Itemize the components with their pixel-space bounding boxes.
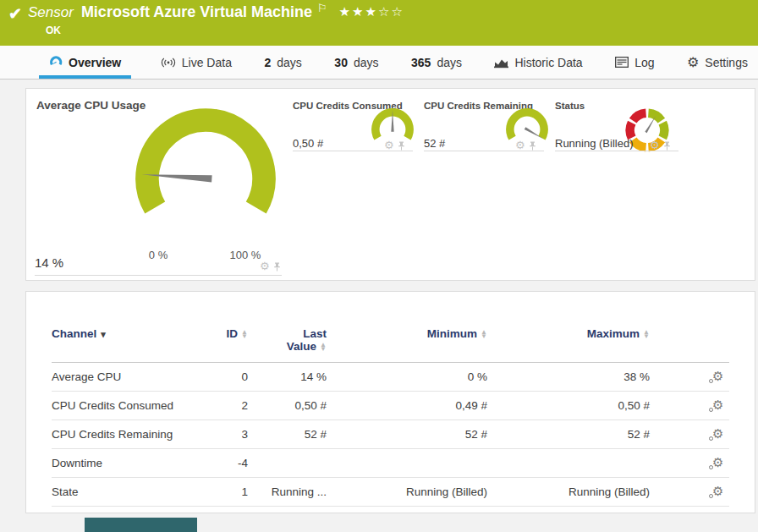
column-header-minimum[interactable]: Minimum▲▼ [327,327,487,340]
tab-365-days[interactable]: 365days [408,46,465,79]
table-row: Average CPU014 %0 %38 %⚙ [52,363,729,392]
channel-id: 2 [195,399,248,412]
sort-desc-icon: ▾ [101,329,106,339]
divider [35,275,282,276]
tab-label: Settings [705,56,748,69]
gauge-value: Running (Billed) [555,137,634,150]
status-ok-check-icon: ✔ [8,4,22,24]
column-header-id[interactable]: ID▲▼ [195,327,248,340]
column-header-last-value[interactable]: Last Value▲▼ [248,327,327,353]
tab-label: days [437,56,462,69]
tab-settings[interactable]: ⚙Settings [684,46,751,79]
gauge-pin-icon[interactable] [273,262,281,271]
tab-log[interactable]: Log [612,46,657,79]
gauge-value: 0,50 # [293,137,323,150]
tab-label: Overview [69,56,121,69]
channel-id: -4 [195,457,248,469]
sort-icon: ▲▼ [241,330,248,338]
tab-number: 2 [264,56,271,69]
tab-number: 30 [334,56,348,69]
column-header-channel[interactable]: Channel▾ [52,327,195,341]
channel-last-value: 14 % [248,370,327,383]
gauge-scale-min: 0 % [140,249,177,261]
channel-maximum: 38 % [487,370,650,383]
channel-last-value: 0,50 # [248,399,327,412]
channel-id: 3 [195,428,248,441]
channel-table: Channel▾ ID▲▼ Last Value▲▼ Minimum▲▼ Max… [26,292,755,507]
gauge-value: 14 % [35,255,63,270]
tab-label: Log [634,56,654,69]
channel-settings-icon[interactable]: ⚙ [712,485,723,497]
average-cpu-gauge[interactable] [128,101,283,256]
gauge-settings-icon[interactable]: ⚙ [260,261,270,271]
gauge-settings-icon[interactable]: ⚙ [384,140,394,151]
channel-name[interactable]: State [52,485,195,498]
tab-overview[interactable]: Overview [39,46,131,79]
divider [293,151,413,151]
channel-id: 1 [195,485,248,498]
gear-icon: ⚙ [687,57,699,69]
log-icon [615,57,629,68]
channel-settings-icon[interactable]: ⚙ [712,370,723,382]
channel-id: 0 [195,370,248,383]
channel-minimum: 52 # [327,428,487,441]
gauge-title: Status [555,101,585,111]
divider [555,151,678,151]
tab-2-days[interactable]: 2days [261,46,305,79]
gauge-icon [49,56,63,69]
gauge-scale-max: 100 % [227,249,264,261]
priority-stars[interactable]: ★★★☆☆ [339,4,404,19]
channel-settings-icon[interactable]: ⚙ [712,399,723,411]
channel-minimum: 0 % [327,370,487,383]
table-row: CPU Credits Remaining352 #52 #52 #⚙ [52,420,729,449]
channel-maximum: Running (Billed) [487,485,650,498]
table-row: CPU Credits Consumed20,50 #0,49 #0,50 #⚙ [52,392,729,420]
channel-last-value: Running ... [248,485,327,498]
sort-icon: ▲▼ [481,330,487,338]
tab-bar: OverviewLive Data2days30days365daysHisto… [0,46,758,80]
channel-minimum: 0,49 # [327,399,487,412]
tab-live-data[interactable]: Live Data [157,46,235,79]
sensor-title: Microsoft Azure Virtual Machine [81,3,312,21]
channel-settings-icon[interactable]: ⚙ [712,457,723,469]
channel-last-value: 52 # [248,428,327,441]
gauge-settings-icon[interactable]: ⚙ [515,140,525,151]
channel-minimum: Running (Billed) [327,485,487,498]
channel-settings-icon[interactable]: ⚙ [712,428,723,440]
table-row: Downtime-4⚙ [52,449,729,478]
table-header-row: Channel▾ ID▲▼ Last Value▲▼ Minimum▲▼ Max… [52,292,729,363]
area-chart-icon [494,57,508,69]
divider [424,151,544,151]
gauge-value: 52 # [424,137,445,150]
channel-name[interactable]: Average CPU [52,370,195,383]
footer-bar[interactable] [85,518,197,532]
sort-icon: ▲▼ [320,343,327,351]
gauge-settings-icon[interactable]: ⚙ [650,140,660,151]
channel-name[interactable]: CPU Credits Consumed [52,399,195,412]
sort-icon: ▲▼ [643,330,650,338]
gauge-pin-icon[interactable] [529,141,536,151]
gauge-pin-icon[interactable] [663,141,671,151]
tab-label: Historic Data [514,56,582,69]
tab-number: 365 [411,56,431,69]
object-kind-label: Sensor [28,4,74,21]
tab-30-days[interactable]: 30days [331,46,382,79]
tab-label: days [354,56,379,69]
tab-label: days [277,56,302,69]
channel-table-panel: Channel▾ ID▲▼ Last Value▲▼ Minimum▲▼ Max… [25,291,755,513]
sensor-status-text: OK [46,25,61,36]
channel-maximum: 0,50 # [487,399,650,412]
column-header-maximum[interactable]: Maximum▲▼ [487,327,650,340]
sensor-header: ✔ Sensor Microsoft Azure Virtual Machine… [0,0,758,46]
gauge-pin-icon[interactable] [398,141,405,151]
channel-name[interactable]: Downtime [52,457,195,469]
channel-maximum: 52 # [487,428,650,441]
table-row: State1Running ...Running (Billed)Running… [52,478,729,507]
tab-historic-data[interactable]: Historic Data [491,46,585,79]
tab-label: Live Data [182,56,232,69]
broadcast-icon [161,57,176,69]
flag-icon[interactable]: ⚐ [317,2,327,14]
gauges-panel: Average CPU Usage 0 % 100 % 14 % ⚙ CPU C… [25,88,755,281]
gauge-widget-average-cpu: Average CPU Usage 0 % 100 % 14 % ⚙ [26,89,293,280]
channel-name[interactable]: CPU Credits Remaining [52,428,195,441]
